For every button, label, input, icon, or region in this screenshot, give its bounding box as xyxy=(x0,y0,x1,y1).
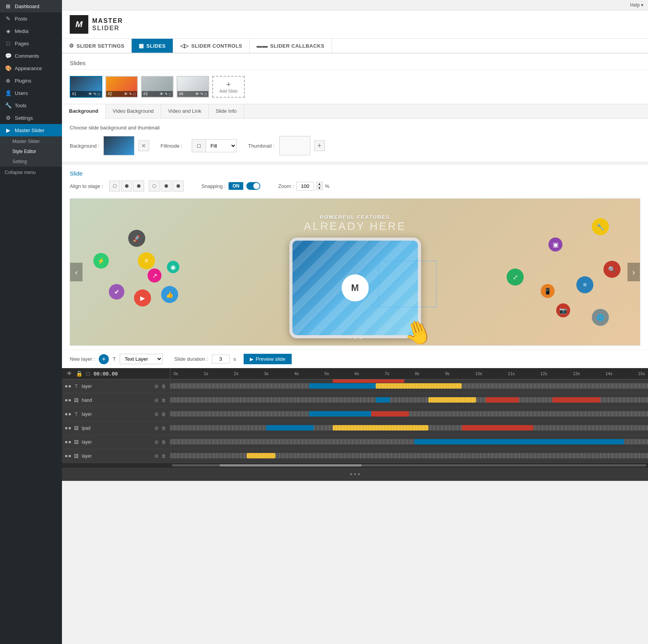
logo-letter: M xyxy=(76,19,83,29)
tab-slider-settings[interactable]: ⚙ SLIDER SETTINGS xyxy=(62,39,132,53)
tl-delete-btn-6[interactable]: 🗑 xyxy=(161,453,167,460)
slide-canvas[interactable]: 🚀 ⚡ ≡ ◉ ✔ ↗ 👍 ▶ ⤢ 🔧 ▣ ≡ 🔍 📱 📷 🌐 POWERFUL… xyxy=(70,198,640,346)
tl-eye-icon[interactable]: 👁 xyxy=(67,370,72,377)
tl-bar-extra-2[interactable] xyxy=(552,397,600,403)
slider-controls-icon: ◁▷ xyxy=(180,43,189,49)
tl-lock-icon[interactable]: 🔒 xyxy=(76,370,83,377)
icon-globe: 🌐 xyxy=(592,309,609,326)
tl-tracks-2 xyxy=(170,393,648,407)
tl-copy-btn-5[interactable]: ⊞ xyxy=(154,439,159,446)
slide-thumb-4[interactable]: #4 👁 ✎ □ xyxy=(177,76,209,98)
align-top-btn[interactable]: ⬡ xyxy=(149,181,160,191)
tab-video-and-link[interactable]: Video and Link xyxy=(161,104,209,118)
tl-row-label-5: layer xyxy=(82,439,151,445)
tab-slides[interactable]: ▦ SLIDES xyxy=(132,39,173,53)
sidebar-item-comments[interactable]: 💬 Comments xyxy=(0,50,62,62)
tl-dot xyxy=(69,441,71,443)
tl-delete-btn-2[interactable]: 🗑 xyxy=(161,397,167,404)
zoom-input[interactable] xyxy=(296,182,314,191)
zoom-group: Zoom : ▲ ▼ % xyxy=(278,182,329,191)
tl-bar-red-1[interactable] xyxy=(333,379,404,383)
tl-bar-blue-1[interactable] xyxy=(309,383,376,389)
zoom-unit: % xyxy=(325,183,330,189)
bg-control-background: Background : ✕ xyxy=(70,136,149,155)
tl-row-label-3: layer xyxy=(82,412,151,417)
tl-copy-btn-6[interactable]: ⊞ xyxy=(154,453,159,460)
help-button[interactable]: Help ▾ xyxy=(630,2,643,8)
tl-bar-red-3[interactable] xyxy=(371,411,409,417)
icon-youtube: ▶ xyxy=(134,289,151,307)
add-slide-btn[interactable]: + Add Slide xyxy=(212,76,245,98)
tl-bar-blue-4[interactable] xyxy=(266,425,314,430)
snapping-toggle[interactable] xyxy=(246,182,260,190)
icon-arrow: ↗ xyxy=(148,269,162,282)
slide-label-2: #2 👁 ✎ □ xyxy=(106,91,137,97)
align-right-btn[interactable]: ⬣ xyxy=(133,181,144,191)
tl-delete-btn-4[interactable]: 🗑 xyxy=(161,425,167,432)
slide-thumb-2[interactable]: #2 👁 ✎ □ xyxy=(105,76,138,98)
align-center-h-btn[interactable]: ⬢ xyxy=(121,181,132,191)
slide-thumb-3[interactable]: #3 👁 ✎ □ xyxy=(141,76,174,98)
tab-background[interactable]: Background xyxy=(62,104,106,119)
tl-bar-yellow-2[interactable] xyxy=(428,397,476,403)
zoom-up-btn[interactable]: ▲ xyxy=(316,182,323,186)
sidebar-subitem-master-slider[interactable]: Master Slider xyxy=(0,136,62,146)
layer-type-select[interactable]: Text Layer Image Layer Video Layer xyxy=(120,354,163,364)
tl-delete-btn-5[interactable]: 🗑 xyxy=(161,439,167,446)
tl-delete-btn-3[interactable]: 🗑 xyxy=(161,411,167,418)
align-bottom-btn[interactable]: ⬣ xyxy=(173,181,184,191)
tl-img-icon[interactable]: □ xyxy=(86,370,89,377)
tl-bar-blue-3[interactable] xyxy=(309,411,371,417)
sidebar-item-appearance[interactable]: 🎨 Appearance xyxy=(0,62,62,74)
tl-bar-red-2[interactable] xyxy=(486,397,519,403)
tl-bar-yellow-1[interactable] xyxy=(376,383,462,389)
tab-slide-info[interactable]: Slide Info xyxy=(209,104,244,118)
timeline-scrollbar[interactable] xyxy=(62,463,648,468)
tl-bar-blue-2[interactable] xyxy=(376,397,390,403)
tl-copy-btn-4[interactable]: ⊞ xyxy=(154,425,159,432)
tl-delete-btn-1[interactable]: 🗑 xyxy=(161,383,167,390)
sidebar-item-master-slider[interactable]: ▶ Master Slider xyxy=(0,124,62,136)
align-middle-btn[interactable]: ⬢ xyxy=(161,181,172,191)
slide-prev-btn[interactable]: ‹ xyxy=(70,263,83,281)
tl-gray-base xyxy=(170,411,648,417)
pages-icon: □ xyxy=(5,40,12,46)
tab-slider-callbacks[interactable]: ▬▬ SLIDER CALLBACKS xyxy=(250,39,332,53)
add-layer-btn[interactable]: + xyxy=(99,354,109,364)
sidebar-item-pages[interactable]: □ Pages xyxy=(0,37,62,50)
tl-bar-red-4[interactable] xyxy=(462,425,533,430)
align-left-btn[interactable]: ⬡ xyxy=(109,181,120,191)
new-layer-bar: New layer : + T Text Layer Image Layer V… xyxy=(62,350,648,368)
tl-copy-btn-1[interactable]: ⊞ xyxy=(154,383,159,390)
tab-video-background[interactable]: Video Background xyxy=(106,104,161,118)
preview-slide-btn[interactable]: ▶ Preview slide xyxy=(244,354,292,364)
sidebar-label-users: Users xyxy=(15,90,28,96)
sidebar-item-tools[interactable]: 🔧 Tools xyxy=(0,99,62,112)
tl-bar-blue-5[interactable] xyxy=(414,439,624,444)
sidebar-subitem-style-editor[interactable]: Style Editor xyxy=(0,146,62,157)
collapse-menu[interactable]: Collapse menu xyxy=(0,167,62,178)
sidebar-item-posts[interactable]: ✎ Posts xyxy=(0,12,62,25)
tab-slider-controls[interactable]: ◁▷ SLIDER CONTROLS xyxy=(173,39,250,53)
zoom-down-btn[interactable]: ▼ xyxy=(316,186,323,190)
sidebar-item-settings[interactable]: ⚙ Settings xyxy=(0,112,62,124)
snapping-group: Snapping : ON xyxy=(201,182,260,190)
tl-copy-btn-2[interactable]: ⊞ xyxy=(154,397,159,404)
sidebar-item-media[interactable]: ◈ Media xyxy=(0,25,62,37)
fillmode-dropdown[interactable]: Fill Fit Stretch Tile Center xyxy=(206,141,236,151)
tl-bar-yellow-4[interactable] xyxy=(333,425,428,430)
tl-scroll-thumb[interactable] xyxy=(220,464,362,467)
sidebar-item-dashboard[interactable]: ⊞ Dashboard xyxy=(0,0,62,12)
ruler-12s: 12s xyxy=(540,371,547,376)
thumbnail-add-btn[interactable]: + xyxy=(314,140,325,151)
tl-copy-btn-3[interactable]: ⊞ xyxy=(154,411,159,418)
sidebar-item-plugins[interactable]: ⊕ Plugins xyxy=(0,74,62,87)
bg-remove-btn[interactable]: ✕ xyxy=(138,140,149,151)
sidebar-subitem-setting[interactable]: Setting xyxy=(0,157,62,167)
duration-input[interactable] xyxy=(212,355,230,363)
ruler-0s: 0s xyxy=(174,371,178,376)
sidebar-item-users[interactable]: 👤 Users xyxy=(0,87,62,99)
slide-thumb-1[interactable]: #1 👁 ✎ □ xyxy=(70,76,102,98)
slide-next-btn[interactable]: › xyxy=(627,263,640,281)
tl-bar-yellow-6[interactable] xyxy=(247,453,275,458)
